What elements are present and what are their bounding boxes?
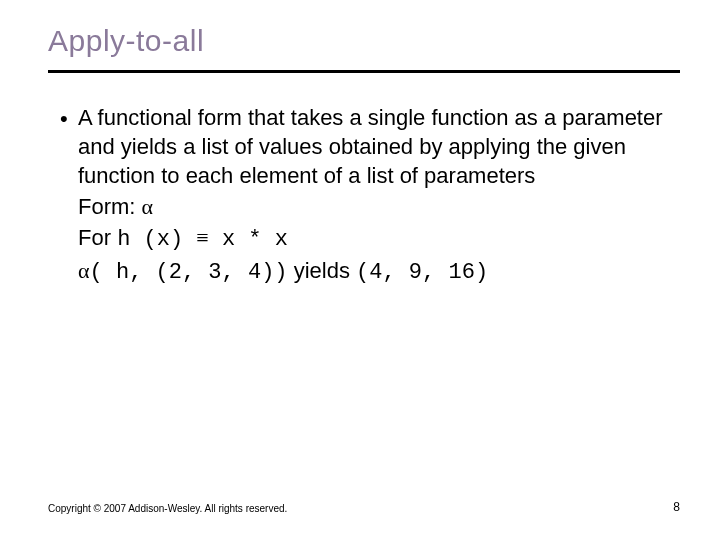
- apply-expr: ( h, (2, 3, 4)): [90, 260, 288, 285]
- apply-line: α( h, (2, 3, 4)) yields (4, 9, 16): [78, 256, 680, 287]
- form-label: Form:: [78, 194, 142, 219]
- h-def-lhs: h (x): [117, 227, 196, 252]
- alpha-symbol: α: [142, 194, 154, 219]
- equiv-symbol: ≡: [196, 225, 208, 250]
- slide-title: Apply-to-all: [48, 24, 680, 58]
- content-area: • A functional form that takes a single …: [48, 103, 680, 287]
- bullet-item: • A functional form that takes a single …: [60, 103, 680, 287]
- yields-label: yields: [288, 258, 356, 283]
- bullet-paragraph: A functional form that takes a single fu…: [78, 103, 680, 190]
- title-rule: [48, 70, 680, 73]
- bullet-body: A functional form that takes a single fu…: [78, 103, 680, 287]
- for-label: For: [78, 225, 117, 250]
- copyright-footer: Copyright © 2007 Addison-Wesley. All rig…: [48, 503, 287, 514]
- alpha-symbol-2: α: [78, 258, 90, 283]
- h-def-rhs: x * x: [209, 227, 288, 252]
- bullet-marker: •: [60, 103, 78, 134]
- page-number: 8: [673, 500, 680, 514]
- result-expr: (4, 9, 16): [356, 260, 488, 285]
- for-line: For h (x) ≡ x * x: [78, 223, 680, 254]
- form-line: Form: α: [78, 192, 680, 221]
